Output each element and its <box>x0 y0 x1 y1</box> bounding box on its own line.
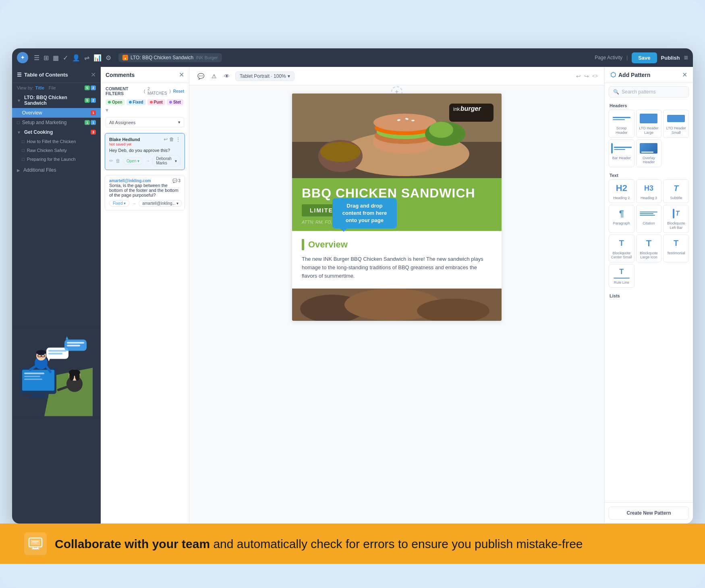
chat-icon: 💬 <box>172 179 177 183</box>
more-icon[interactable]: ⋮ <box>176 137 180 142</box>
rule-label: Rule Line <box>614 280 629 285</box>
comments-close-button[interactable]: ✕ <box>179 71 184 79</box>
comment-meta: Not saved yet <box>109 142 180 146</box>
h2-icon: H2 <box>616 183 627 193</box>
arrow-icon-2: → <box>132 201 136 206</box>
table-icon[interactable]: ▦ <box>53 54 59 62</box>
pattern-testimonial[interactable]: T Testimonial <box>663 235 689 263</box>
code-toggle[interactable]: <> <box>592 73 598 79</box>
create-pattern-button[interactable]: Create New Pattern <box>609 507 689 519</box>
status-pill-open[interactable]: Open ▾ <box>123 158 143 164</box>
redo-button[interactable]: ↪ <box>584 73 589 79</box>
document-icon[interactable]: ☰ <box>34 54 39 62</box>
view-by-file[interactable]: File <box>49 85 56 90</box>
page-icon: □ <box>22 139 25 144</box>
svg-text:burger: burger <box>460 105 481 112</box>
pattern-scoop-header[interactable]: Scoop Header <box>609 110 634 138</box>
toc-item-fillet[interactable]: □ How to Fillet the Chicken <box>12 137 101 146</box>
app-logo[interactable]: ✦ <box>17 52 28 63</box>
toc-item-launch[interactable]: □ Preparing for the Launch <box>12 155 101 164</box>
status-pill-fixed[interactable]: Fixed ▾ <box>109 200 129 207</box>
publish-button[interactable]: Publish <box>661 55 680 61</box>
toc-item-raw[interactable]: □ Raw Chicken Safety <box>12 146 101 155</box>
toc-item-main[interactable]: ▼ LTO: BBQ Chicken Sandwich 5 2 <box>12 93 101 108</box>
blockquote-left-icon: T <box>676 210 680 217</box>
bar-label: Bar Header <box>612 156 631 160</box>
view-by-sep <box>46 85 47 90</box>
toc-close-button[interactable]: ✕ <box>91 71 96 79</box>
page-activity-button[interactable]: Page Activity <box>595 55 622 60</box>
pattern-rule-line[interactable]: T Rule Line <box>609 264 634 288</box>
blockquote-center-sm-preview: T <box>612 237 632 249</box>
pattern-lto-large[interactable]: LTO Header Large <box>636 110 662 138</box>
pattern-overlay-header[interactable]: Overlay Header <box>636 139 662 168</box>
user-icon[interactable]: 👤 <box>72 54 80 62</box>
check-icon[interactable]: ✓ <box>63 54 68 62</box>
subtitle-preview: T <box>666 182 686 194</box>
pattern-bar-header[interactable]: Bar Header <box>609 139 634 168</box>
pattern-paragraph[interactable]: ¶ Paragraph <box>609 205 634 233</box>
search-placeholder: Search patterns <box>622 89 656 95</box>
page-container: + <box>292 93 502 515</box>
page-canvas[interactable]: + <box>189 85 604 524</box>
settings-icon[interactable]: ⚙ <box>106 54 111 62</box>
filter-fixed[interactable]: Fixed <box>126 99 146 105</box>
view-by-title[interactable]: Title <box>35 85 44 90</box>
menu-icon[interactable]: ≡ <box>684 54 688 62</box>
comments-header: Comments ✕ <box>101 67 189 83</box>
reset-button[interactable]: Reset <box>173 89 184 93</box>
lto-small-label: LTO Header Small <box>665 126 687 135</box>
pattern-blockquote-large[interactable]: T Blockquote Large Icon <box>636 235 662 263</box>
toc-item-setup[interactable]: □ Setup and Marketing 1 1 <box>12 118 101 127</box>
pattern-h2[interactable]: H2 Heading 2 <box>609 179 634 203</box>
share-icon[interactable]: ⇌ <box>84 54 89 62</box>
edit-icon[interactable]: ✏ <box>109 158 113 164</box>
pattern-lto-small[interactable]: LTO Header Small <box>663 110 689 138</box>
save-button[interactable]: Save <box>632 52 657 63</box>
assignee-pill-2[interactable]: amartell@inkling... ▾ <box>139 200 182 207</box>
tree-icon[interactable]: ⊞ <box>44 54 49 62</box>
view-selector[interactable]: Tablet Portrait · 100% ▾ <box>235 71 294 81</box>
editor-area: 💬 ⚠ 👁 Tablet Portrait · 100% ▾ ↩ ↪ <> + <box>189 67 604 524</box>
assignee-dropdown[interactable]: All Assignees ▾ <box>106 117 184 127</box>
search-box[interactable]: 🔍 Search patterns <box>609 86 689 98</box>
filter-more[interactable]: ▾ <box>106 107 108 113</box>
pattern-h3[interactable]: H3 Heading 3 <box>636 179 662 203</box>
filter-stet[interactable]: Stet <box>167 99 183 105</box>
pattern-blockquote-left[interactable]: T Blockquote Left Bar <box>663 205 689 233</box>
chart-icon[interactable]: 📊 <box>93 54 102 62</box>
assignee-pill[interactable]: Deborah Marks ▾ <box>152 155 180 166</box>
pattern-blockquote-center-sm[interactable]: T Blockquote Center Small <box>609 235 634 263</box>
svg-rect-8 <box>24 379 42 380</box>
lto-small-preview <box>666 112 686 125</box>
item-badges: 5 2 <box>85 98 96 103</box>
status-label-2: Fixed <box>113 201 122 206</box>
undo-button[interactable]: ↩ <box>576 73 581 79</box>
toc-item-files[interactable]: ▶ Additional Files <box>12 165 101 175</box>
svg-rect-58 <box>31 542 37 543</box>
warning-tool[interactable]: ⚠ <box>210 71 218 81</box>
toolbar: ✦ ☰ ⊞ ▦ ✓ 👤 ⇌ 📊 ⚙ 🔥 LTO: BBQ Chicken San… <box>12 48 693 67</box>
comment-tool[interactable]: 💬 <box>196 71 206 81</box>
filter-open[interactable]: Open <box>106 99 125 105</box>
toc-item-overview[interactable]: □ Overview 1 <box>12 108 101 118</box>
overlay-label: Overlay Header <box>638 156 660 165</box>
pattern-citation[interactable]: Citation <box>636 205 662 233</box>
active-tab[interactable]: 🔥 LTO: BBQ Chicken Sandwich INK Burger <box>118 53 222 62</box>
tab-icon: 🔥 <box>122 55 128 60</box>
toolbar-separator: | <box>626 55 628 60</box>
paragraph-preview: ¶ <box>612 208 632 220</box>
delete-icon[interactable]: 🗑 <box>116 158 120 164</box>
eye-tool[interactable]: 👁 <box>222 71 231 81</box>
pattern-subtitle[interactable]: T Subtitle <box>663 179 689 203</box>
filter-punt-label: Punt <box>154 100 163 104</box>
trash-icon[interactable]: 🗑 <box>169 137 174 142</box>
author-icons: ↩ 🗑 ⋮ <box>164 137 180 142</box>
toc-item-cooking[interactable]: ▼ Get Cooking 3 <box>12 127 101 137</box>
svg-rect-56 <box>31 549 39 549</box>
section-label-headers: Headers <box>605 101 693 110</box>
blockquote-large-label: Blockquote Large Icon <box>638 251 660 260</box>
filter-punt[interactable]: Punt <box>147 99 165 105</box>
reply-icon[interactable]: ↩ <box>164 137 168 142</box>
right-panel-close-button[interactable]: ✕ <box>682 71 687 79</box>
